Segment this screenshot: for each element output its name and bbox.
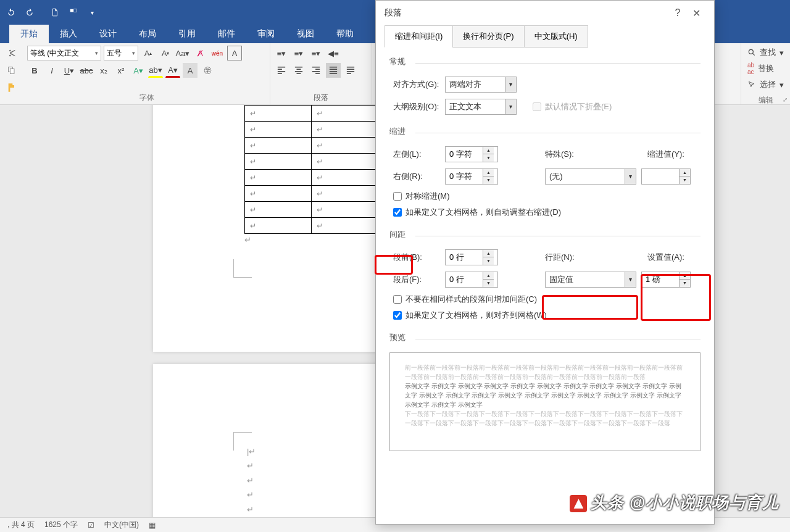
tab-references[interactable]: 引用 [167, 25, 207, 43]
undo-icon[interactable] [5, 6, 17, 19]
underline-icon[interactable]: U▾ [62, 63, 77, 78]
dialog-close-icon[interactable]: ✕ [687, 7, 705, 19]
tab-mailings[interactable]: 邮件 [207, 25, 246, 43]
word-count[interactable]: 1625 个字 [44, 520, 78, 530]
indent-left-spinner[interactable]: ▲▼ [445, 146, 498, 162]
select-button[interactable]: 选择▾ [747, 79, 784, 90]
font-color-icon[interactable]: A▾ [165, 63, 180, 78]
italic-icon[interactable]: I [44, 63, 59, 78]
strike-icon[interactable]: abc [79, 63, 94, 78]
dialog-help-icon[interactable]: ? [668, 7, 687, 19]
replace-button[interactable]: abac替换 [747, 62, 784, 75]
at-label: 设置值(A): [647, 252, 692, 263]
section-title-spacing: 间距 [389, 229, 701, 242]
find-button[interactable]: 查找▾ [747, 47, 784, 58]
indent-by-label: 缩进值(Y): [647, 149, 692, 160]
numbering-icon[interactable]: ≡▾ [291, 46, 306, 60]
outline-label: 大纲级别(O): [389, 101, 440, 112]
space-after-label: 段后(F): [389, 274, 440, 285]
indent-right-label: 右侧(R): [389, 171, 440, 182]
section-title-preview: 预览 [389, 332, 701, 345]
copy-icon[interactable] [7, 65, 17, 78]
watermark: 头条 @小小说职场与育儿 [570, 492, 779, 513]
page-corner [233, 259, 252, 278]
edit-group-label: 编辑 [747, 94, 784, 106]
enclose-char-icon[interactable]: ㊫ [200, 63, 215, 78]
highlight-icon[interactable]: ab▾ [148, 63, 163, 78]
no-space-same-style-checkbox[interactable]: 不要在相同样式的段落间增加间距(C) [389, 294, 701, 305]
at-spinner[interactable]: ▲▼ [641, 272, 691, 288]
language-status[interactable]: 中文(中国) [104, 520, 139, 530]
new-doc-icon[interactable] [49, 6, 61, 19]
spell-check-icon[interactable]: ☑ [88, 521, 94, 530]
space-before-spinner[interactable]: ▲▼ [445, 249, 498, 265]
tab-help[interactable]: 帮助 [325, 25, 365, 43]
bullets-icon[interactable]: ≡▾ [274, 46, 289, 60]
font-group-label: 字体 [27, 91, 266, 103]
space-after-spinner[interactable]: ▲▼ [445, 272, 498, 288]
distribute-icon[interactable] [343, 63, 358, 78]
font-size-select[interactable]: 五号▾ [104, 46, 138, 60]
svg-point-4 [749, 49, 753, 54]
touch-mode-icon[interactable] [67, 6, 80, 19]
change-case-icon[interactable]: Aa▾ [175, 46, 190, 60]
outline-select[interactable]: 正文文本▾ [445, 99, 517, 115]
page-count[interactable]: , 共 4 页 [7, 520, 35, 530]
paragraph-dialog: 段落 ? ✕ 缩进和间距(I) 换行和分页(P) 中文版式(H) 常规 对齐方式… [375, 0, 715, 525]
shrink-font-icon[interactable]: A▾ [158, 46, 173, 60]
tab-indent-spacing[interactable]: 缩进和间距(I) [385, 25, 453, 48]
linespacing-label: 行距(N): [545, 252, 589, 263]
cut-icon[interactable] [7, 48, 17, 60]
align-center-icon[interactable] [291, 63, 306, 78]
indent-left-label: 左侧(L): [389, 149, 440, 160]
indent-by-spinner[interactable]: ▲▼ [641, 168, 691, 185]
linespacing-select[interactable]: 固定值▾ [545, 272, 636, 288]
special-select[interactable]: (无)▾ [545, 168, 636, 185]
text-effects-icon[interactable]: A▾ [131, 63, 146, 78]
svg-rect-0 [70, 9, 73, 12]
space-before-label: 段前(B): [389, 252, 440, 263]
mirror-indent-checkbox[interactable]: 对称缩进(M) [389, 191, 701, 202]
bold-icon[interactable]: B [27, 63, 42, 78]
font-name-select[interactable]: 等线 (中文正文▾ [27, 46, 101, 60]
clear-format-icon[interactable]: А̸ [193, 46, 207, 60]
align-right-icon[interactable] [309, 63, 323, 78]
customize-qat-icon[interactable]: ▾ [86, 6, 98, 19]
tab-home[interactable]: 开始 [9, 25, 49, 43]
subscript-icon[interactable]: x₂ [96, 63, 111, 78]
page-corner [233, 432, 252, 451]
special-label: 特殊(S): [545, 149, 589, 160]
format-painter-icon[interactable] [7, 83, 17, 95]
edit-group: 查找▾ abac替换 选择▾ 编辑 [741, 43, 790, 104]
tab-line-page-breaks[interactable]: 换行和分页(P) [452, 25, 524, 48]
superscript-icon[interactable]: x² [114, 63, 128, 78]
grow-font-icon[interactable]: A▴ [141, 46, 156, 60]
dialog-title: 段落 [385, 7, 402, 19]
tab-insert[interactable]: 插入 [49, 25, 88, 43]
tab-view[interactable]: 视图 [286, 25, 325, 43]
section-general: 常规 对齐方式(G): 两端对齐▾ 大纲级别(O): 正文文本▾ 默认情况下折叠… [389, 56, 701, 115]
macro-icon[interactable]: ▦ [149, 521, 156, 530]
decrease-indent-icon[interactable]: ◀≡ [326, 46, 341, 60]
tab-review[interactable]: 审阅 [246, 25, 286, 43]
redo-icon[interactable] [23, 6, 36, 19]
tab-asian-typography[interactable]: 中文版式(H) [524, 25, 588, 48]
align-left-icon[interactable] [274, 63, 289, 78]
paragraph-group: ≡▾ ≡▾ ≡▾ ◀≡ 段落 [270, 43, 372, 104]
justify-icon[interactable] [326, 63, 341, 78]
font-dialog-launcher[interactable]: ⤢ [783, 96, 788, 103]
alignment-select[interactable]: 两端对齐▾ [445, 77, 517, 93]
indent-right-spinner[interactable]: ▲▼ [445, 168, 498, 185]
snap-to-grid-checkbox[interactable]: 如果定义了文档网格，则对齐到网格(W) [389, 310, 701, 321]
document-table[interactable]: ↵↵ ↵↵ ↵↵ ↵↵ ↵↵ ↵↵ ↵↵ ↵↵ [244, 105, 378, 234]
auto-adjust-indent-checkbox[interactable]: 如果定义了文档网格，则自动调整右缩进(D) [389, 207, 701, 218]
tab-layout[interactable]: 布局 [128, 25, 167, 43]
phonetic-icon[interactable]: wén [210, 46, 225, 60]
tab-design[interactable]: 设计 [88, 25, 128, 43]
char-border-icon[interactable]: A [227, 46, 242, 60]
svg-rect-3 [10, 69, 14, 73]
multilevel-icon[interactable]: ≡▾ [309, 46, 323, 60]
paragraph-group-label: 段落 [274, 91, 368, 103]
collapse-checkbox: 默认情况下折叠(E) [529, 101, 612, 112]
char-shading-icon[interactable]: A [183, 63, 198, 78]
